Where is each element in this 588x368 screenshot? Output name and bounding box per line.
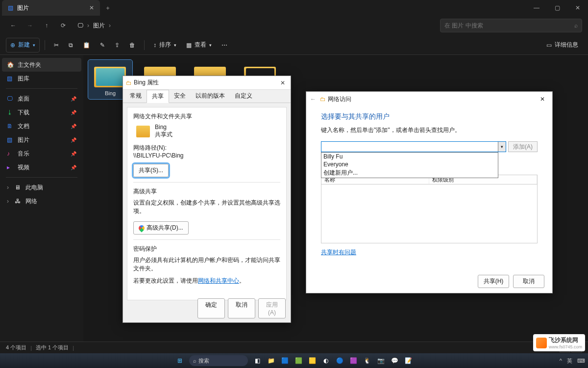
pin-icon: 📌: [71, 96, 76, 102]
sidebar-label: 音乐: [18, 150, 29, 158]
close-dialog-button[interactable]: ✕: [278, 79, 288, 86]
sidebar-item-documents[interactable]: 🗎文档📌: [2, 119, 81, 133]
app-icon[interactable]: 🟩: [292, 354, 305, 367]
new-button[interactable]: ⊕ 新建 ▾: [6, 38, 40, 53]
tab-previous[interactable]: 以前的版本: [191, 90, 230, 103]
search-icon[interactable]: ⌕: [574, 22, 578, 29]
breadcrumb[interactable]: 🖵 › 图片 ›: [77, 22, 111, 30]
sidebar-item-gallery[interactable]: ▧图库: [2, 72, 81, 85]
start-button[interactable]: ⊞: [173, 354, 186, 367]
search-box[interactable]: ⌕: [440, 19, 582, 32]
network-icon: 🗀: [320, 96, 326, 103]
new-tab-button[interactable]: ＋: [100, 4, 116, 12]
rename-button[interactable]: ✎: [96, 38, 109, 53]
app-icon[interactable]: ◐: [319, 354, 332, 367]
dialog-heading: 选择要与其共享的用户: [321, 112, 538, 121]
dialog-titlebar: ← 🗀 网络访问 ✕: [306, 92, 552, 106]
close-tab-icon[interactable]: ✕: [89, 4, 94, 11]
sidebar-item-pictures[interactable]: ▧图片📌: [2, 133, 81, 147]
cut-button[interactable]: ✂: [50, 38, 63, 53]
item-count: 4 个项目: [6, 344, 26, 351]
separator: [45, 40, 45, 50]
tab-custom[interactable]: 自定义: [230, 90, 257, 103]
sidebar-item-network[interactable]: ›🖧网络: [2, 194, 81, 208]
chevron-right-icon: ›: [87, 22, 89, 29]
minimize-button[interactable]: ―: [526, 0, 547, 16]
ime-keyboard-icon[interactable]: ⌨: [577, 358, 585, 364]
ime-indicator[interactable]: 英: [567, 357, 572, 365]
tab-general[interactable]: 常规: [125, 90, 147, 103]
refresh-button[interactable]: ⟳: [56, 18, 71, 33]
new-label: 新建: [18, 41, 30, 49]
up-button[interactable]: ↑: [39, 18, 54, 33]
advanced-share-button[interactable]: 高级共享(D)...: [133, 221, 189, 235]
delete-button[interactable]: 🗑: [125, 38, 139, 53]
app-icon[interactable]: 🟨: [306, 354, 318, 367]
pin-icon: 📌: [71, 151, 76, 157]
dialog-title: 网络访问: [328, 95, 351, 104]
details-label: 详细信息: [555, 41, 578, 49]
add-button[interactable]: 添加(A): [508, 141, 538, 152]
user-input[interactable]: [322, 142, 497, 151]
more-button[interactable]: ⋯: [218, 38, 231, 53]
app-icon[interactable]: 🔵: [333, 354, 346, 367]
back-button[interactable]: ←: [310, 96, 320, 103]
sidebar-item-videos[interactable]: ▸视频📌: [2, 160, 81, 174]
apply-button[interactable]: 应用(A): [258, 298, 286, 318]
browser-tab[interactable]: ▧ 图片 ✕: [2, 0, 100, 16]
sidebar-label: 图库: [18, 75, 29, 83]
network-icon: 🖧: [15, 198, 22, 205]
share-button[interactable]: ⇪: [111, 38, 123, 53]
user-combobox[interactable]: ▾: [321, 141, 506, 152]
close-dialog-button[interactable]: ✕: [537, 96, 548, 103]
dropdown-option[interactable]: Billy Fu: [321, 153, 498, 160]
paste-icon: 📋: [83, 42, 90, 49]
password-desc: 用户必须具有此计算机的用户帐户和密码，才能访问共享文件夹。: [133, 256, 280, 273]
navbar: ← → ↑ ⟳ 🖵 › 图片 › ⌕: [0, 16, 588, 35]
app-icon[interactable]: 💬: [388, 354, 401, 367]
sidebar-item-home[interactable]: 🏠主文件夹: [2, 58, 81, 72]
app-icon[interactable]: 📁: [265, 354, 277, 367]
dropdown-option[interactable]: Everyone: [321, 160, 498, 168]
app-icon[interactable]: 🟦: [278, 354, 291, 367]
maximize-button[interactable]: ▢: [547, 0, 567, 16]
sidebar-item-desktop[interactable]: 🖵桌面📌: [2, 92, 81, 105]
sidebar-item-music[interactable]: ♪音乐📌: [2, 147, 81, 160]
search-input[interactable]: [444, 22, 574, 29]
share-confirm-button[interactable]: 共享(H): [478, 275, 509, 288]
sidebar-item-thispc[interactable]: ›🖥此电脑: [2, 181, 81, 194]
app-icon[interactable]: 🟪: [347, 354, 360, 367]
tray-chevron-icon[interactable]: ^: [560, 358, 562, 364]
tab-share[interactable]: 共享: [147, 90, 169, 103]
dropdown-option[interactable]: 创建新用户...: [321, 168, 498, 178]
cancel-button[interactable]: 取消: [228, 298, 255, 318]
password-change-text: 若要更改此设置，请使用网络和共享中心。: [133, 277, 280, 285]
breadcrumb-item[interactable]: 图片: [93, 22, 105, 30]
app-icon[interactable]: 📝: [402, 354, 415, 367]
copy-icon: ⧉: [69, 42, 73, 49]
sort-button[interactable]: ↕ 排序 ▾: [149, 38, 180, 53]
close-window-button[interactable]: ✕: [567, 0, 588, 16]
network-center-link[interactable]: 网络和共享中心: [198, 277, 239, 284]
view-button[interactable]: ▦ 查看 ▾: [182, 38, 216, 53]
pin-icon: 📌: [71, 165, 76, 170]
taskbar-search[interactable]: ⌕搜索: [189, 355, 248, 366]
paste-button[interactable]: 📋: [79, 38, 94, 53]
app-icon[interactable]: 🐧: [361, 354, 373, 367]
copy-button[interactable]: ⧉: [65, 38, 77, 53]
sidebar-item-downloads[interactable]: ⭳下载📌: [2, 105, 81, 119]
taskview-button[interactable]: ◧: [251, 354, 264, 367]
chevron-right-icon: ›: [7, 184, 11, 191]
back-button[interactable]: ←: [6, 18, 21, 33]
details-button[interactable]: ▭ 详细信息: [542, 38, 582, 53]
tab-security[interactable]: 安全: [169, 90, 191, 103]
forward-button[interactable]: →: [23, 18, 37, 33]
share-button[interactable]: 共享(S)...: [133, 164, 169, 177]
cancel-button[interactable]: 取消: [513, 275, 544, 288]
dropdown-button[interactable]: ▾: [498, 142, 506, 152]
trouble-link[interactable]: 共享时有问题: [321, 249, 356, 256]
app-icon[interactable]: 📷: [374, 354, 387, 367]
ok-button[interactable]: 确定: [197, 298, 225, 318]
instruction-text: 键入名称，然后单击"添加"，或者单击箭头查找用户。: [321, 126, 538, 134]
chevron-down-icon: ▾: [174, 43, 176, 48]
